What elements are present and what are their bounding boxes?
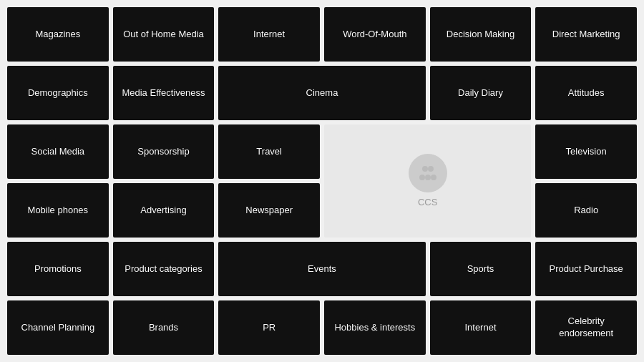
svg-point-4: [431, 175, 436, 180]
tile-product-categories[interactable]: Product categories: [113, 242, 215, 296]
tile-sports[interactable]: Sports: [430, 242, 532, 296]
tile-sponsorship[interactable]: Sponsorship: [113, 124, 215, 179]
svg-point-2: [419, 175, 425, 180]
tile-word-of-mouth[interactable]: Word-Of-Mouth: [324, 7, 426, 62]
ccs-icon: [409, 154, 447, 192]
tile-pr[interactable]: PR: [218, 300, 320, 355]
tile-magazines[interactable]: Magazines: [7, 7, 109, 62]
tile-events[interactable]: Events: [218, 242, 425, 296]
tile-brands[interactable]: Brands: [113, 300, 215, 355]
ccs-label: CCS: [418, 197, 437, 209]
tile-television[interactable]: Television: [535, 124, 637, 179]
main-grid: Magazines Out of Home Media Internet Wor…: [0, 0, 644, 362]
svg-point-0: [422, 166, 428, 172]
tile-cinema[interactable]: Cinema: [218, 66, 425, 120]
tile-celebrity-endorsement[interactable]: Celebrity endorsement: [535, 300, 637, 355]
tile-mobile-phones[interactable]: Mobile phones: [7, 183, 109, 238]
tile-ccs-center: CCS: [324, 124, 531, 238]
tile-media-effectiveness[interactable]: Media Effectiveness: [113, 66, 215, 120]
tile-advertising[interactable]: Advertising: [113, 183, 215, 238]
tile-channel-planning[interactable]: Channel Planning: [7, 300, 109, 355]
tile-daily-diary[interactable]: Daily Diary: [430, 66, 532, 120]
svg-point-1: [428, 166, 434, 172]
tile-demographics[interactable]: Demographics: [7, 66, 109, 120]
tile-social-media[interactable]: Social Media: [7, 124, 109, 179]
tile-hobbies-interests[interactable]: Hobbies & interests: [324, 300, 426, 355]
tile-product-purchase[interactable]: Product Purchase: [535, 242, 637, 296]
tile-attitudes[interactable]: Attitudes: [535, 66, 637, 120]
tile-newspaper[interactable]: Newspaper: [218, 183, 320, 238]
tile-internet-1[interactable]: Internet: [218, 7, 320, 62]
tile-out-of-home-media[interactable]: Out of Home Media: [113, 7, 215, 62]
tile-travel[interactable]: Travel: [218, 124, 320, 179]
tile-decision-making[interactable]: Decision Making: [430, 7, 532, 62]
tile-internet-2[interactable]: Internet: [430, 300, 532, 355]
svg-point-3: [425, 175, 431, 180]
tile-promotions[interactable]: Promotions: [7, 242, 109, 296]
tile-direct-marketing[interactable]: Direct Marketing: [535, 7, 637, 62]
tile-radio[interactable]: Radio: [535, 183, 637, 238]
